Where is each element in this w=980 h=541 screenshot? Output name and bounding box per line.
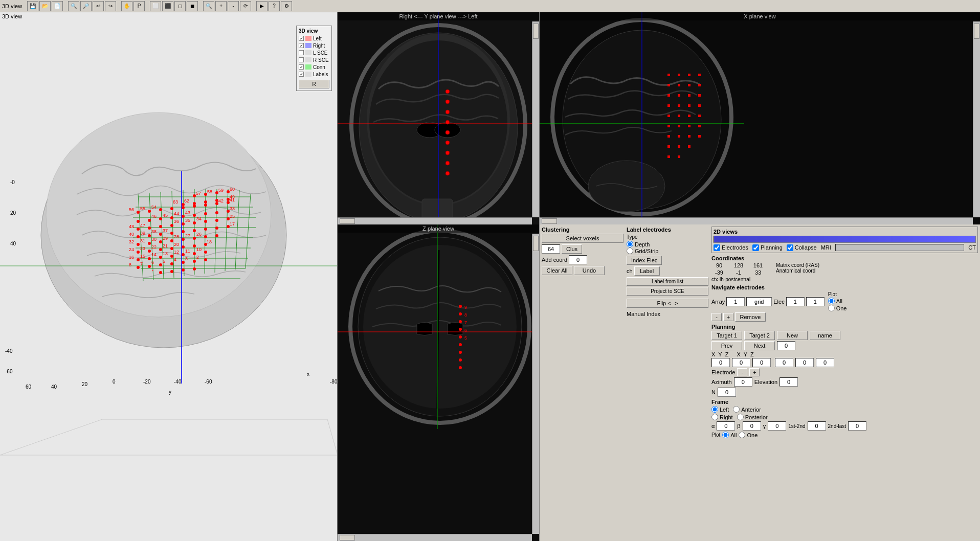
plan-z1[interactable]: [752, 358, 771, 367]
array-input[interactable]: [726, 297, 745, 306]
frame-posterior-item[interactable]: Posterior: [737, 414, 768, 420]
gamma-input[interactable]: [768, 421, 786, 431]
frame-anterior-item[interactable]: Anterior: [733, 406, 761, 413]
undo-btn[interactable]: Undo: [574, 266, 605, 275]
toolbar-btn-15[interactable]: +: [215, 1, 227, 11]
frame-left-radio[interactable]: [711, 406, 718, 413]
legend-right[interactable]: Right: [299, 42, 329, 49]
clus-btn[interactable]: Clus: [562, 244, 582, 254]
y-plane-panel[interactable]: Right <--- Y plane view ---> Left: [338, 12, 540, 224]
frame-right-radio[interactable]: [711, 414, 718, 420]
legend-labels-check[interactable]: [299, 72, 304, 77]
toolbar-btn-3[interactable]: 📄: [52, 1, 63, 11]
nav-all-radio-input[interactable]: [828, 298, 835, 304]
name-btn[interactable]: name: [810, 331, 840, 340]
plan-z2[interactable]: [816, 358, 834, 367]
grid-input[interactable]: [746, 297, 772, 306]
clear-all-btn[interactable]: Clear All: [542, 266, 572, 275]
toolbar-btn-7[interactable]: ↪: [105, 1, 116, 11]
project-to-sce-btn[interactable]: Project to SCE: [627, 287, 708, 296]
toolbar-btn-2[interactable]: 📂: [39, 1, 51, 11]
z-plane-vscroll[interactable]: [532, 234, 539, 534]
plan-minus-btn[interactable]: -: [737, 368, 747, 376]
2d-slider[interactable]: [714, 236, 976, 243]
toolbar-btn-5[interactable]: 🔎: [80, 1, 92, 11]
frame-all-radio[interactable]: [722, 432, 729, 438]
elec-num-input[interactable]: [806, 297, 825, 306]
z-plane-panel[interactable]: Z plane view: [338, 224, 540, 541]
toolbar-btn-14[interactable]: 🔍: [203, 1, 214, 11]
toolbar-btn-8[interactable]: ✋: [121, 1, 132, 11]
plan-y2[interactable]: [795, 358, 814, 367]
nav-one-radio-input[interactable]: [828, 305, 835, 311]
plan-y1[interactable]: [732, 358, 750, 367]
second-last-input[interactable]: [848, 421, 866, 431]
new-btn[interactable]: New: [777, 331, 808, 340]
planning-checkbox[interactable]: [752, 244, 759, 251]
toolbar-btn-19[interactable]: ?: [269, 1, 280, 11]
plan-x2[interactable]: [775, 358, 793, 367]
3d-view-canvas[interactable]: 57 58 59 60 63 62 49: [0, 20, 337, 540]
frame-anterior-radio[interactable]: [733, 406, 740, 413]
electrodes-checkbox[interactable]: [714, 244, 720, 251]
planning-counter[interactable]: [777, 341, 795, 350]
frame-all-item[interactable]: All: [722, 432, 737, 438]
prev-btn[interactable]: Prev: [711, 341, 742, 350]
label-from-list-btn[interactable]: Label from list: [627, 277, 708, 286]
elevation-input[interactable]: [779, 377, 798, 387]
n-input[interactable]: [718, 388, 736, 397]
select-voxels-btn[interactable]: Select voxels: [542, 234, 623, 243]
toolbar-btn-6[interactable]: ↩: [93, 1, 104, 11]
collapse-checkbox[interactable]: [787, 244, 793, 251]
nav-all-radio[interactable]: All: [828, 298, 847, 304]
frame-left-item[interactable]: Left: [711, 406, 729, 413]
index-elec-btn[interactable]: Index Elec: [627, 256, 662, 265]
legend-r-button[interactable]: R: [299, 80, 329, 88]
x-plane-panel[interactable]: X plane view: [540, 12, 980, 224]
toolbar-btn-17[interactable]: ⟳: [240, 1, 251, 11]
remove-btn[interactable]: Remove: [735, 312, 766, 322]
next-btn[interactable]: Next: [744, 341, 775, 350]
z-plane-hscroll[interactable]: [338, 534, 532, 541]
alpha-input[interactable]: [717, 421, 735, 431]
depth-radio[interactable]: [627, 241, 633, 247]
y-plane-hscroll[interactable]: [338, 217, 532, 224]
toolbar-btn-18[interactable]: ▶: [256, 1, 268, 11]
first-second-input[interactable]: [808, 421, 826, 431]
legend-left[interactable]: Left: [299, 35, 329, 42]
plan-x1[interactable]: [711, 358, 730, 367]
toolbar-btn-9[interactable]: P: [133, 1, 145, 11]
nav-one-radio[interactable]: One: [828, 305, 847, 311]
toolbar-btn-13[interactable]: ◼: [187, 1, 198, 11]
x-plane-vscroll[interactable]: [973, 21, 980, 217]
legend-left-check[interactable]: [299, 36, 304, 41]
frame-right-item[interactable]: Right: [711, 414, 733, 420]
target1-btn[interactable]: Target 1: [711, 331, 742, 340]
frame-one-radio[interactable]: [739, 432, 745, 438]
x-plane-hscroll[interactable]: [540, 217, 973, 224]
collapse-check-item[interactable]: Collapse: [787, 244, 817, 251]
beta-input[interactable]: [743, 421, 761, 431]
frame-one-item[interactable]: One: [739, 432, 758, 438]
add-coord-value[interactable]: [569, 255, 587, 264]
plan-plus-btn[interactable]: +: [749, 368, 760, 376]
frame-posterior-radio[interactable]: [737, 414, 744, 420]
elec-input[interactable]: [786, 297, 805, 306]
legend-rsce-check[interactable]: [299, 57, 304, 62]
label-btn[interactable]: Label: [634, 266, 660, 276]
toolbar-btn-1[interactable]: 💾: [27, 1, 38, 11]
azimuth-input[interactable]: [734, 377, 752, 387]
mri-slider[interactable]: [835, 244, 965, 251]
legend-lsce[interactable]: L SCE: [299, 49, 329, 56]
toolbar-btn-12[interactable]: ◻: [174, 1, 186, 11]
gridstrip-radio[interactable]: [627, 247, 633, 254]
clustering-value[interactable]: [542, 244, 560, 254]
nav-plus-btn[interactable]: +: [723, 313, 733, 321]
target2-btn[interactable]: Target 2: [744, 331, 775, 340]
toolbar-btn-11[interactable]: ⬛: [162, 1, 173, 11]
legend-labels[interactable]: Labels: [299, 71, 329, 78]
planning-check-item[interactable]: Planning: [752, 244, 783, 251]
y-plane-vscroll[interactable]: [532, 21, 539, 217]
flip-btn[interactable]: Flip <-->: [627, 299, 708, 308]
toolbar-btn-10[interactable]: ⬜: [150, 1, 161, 11]
